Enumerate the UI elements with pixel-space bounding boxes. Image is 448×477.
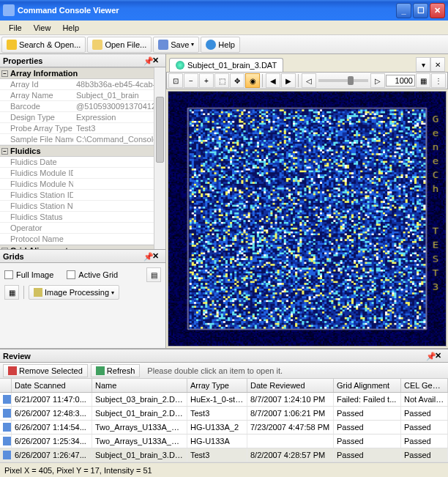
prev-button[interactable]: ◀	[266, 73, 280, 88]
app-icon	[3, 4, 15, 16]
search-icon	[7, 40, 17, 50]
statusbar: Pixel X = 405, Pixel Y = 17, Intensity =…	[0, 462, 448, 477]
active-grid-checkbox[interactable]	[67, 270, 75, 279]
next-button[interactable]: ▶	[281, 73, 296, 88]
grids-header: Grids 📌 ✕	[0, 250, 165, 263]
tab-close-button[interactable]: ✕	[430, 57, 445, 72]
col-date-reviewed[interactable]: Date Reviewed	[247, 379, 334, 392]
zoom-input[interactable]	[386, 75, 415, 86]
close-panel-icon[interactable]: ✕	[152, 56, 163, 65]
window-title: Command Console Viewer	[18, 6, 395, 15]
help-button[interactable]: Help	[201, 37, 240, 53]
pan-button[interactable]: ✥	[230, 73, 244, 88]
save-button[interactable]: Save▾	[153, 37, 199, 53]
properties-scrollbar[interactable]	[154, 67, 165, 249]
properties-header: Properties 📌 ✕	[0, 54, 165, 67]
table-row[interactable]: 6/26/2007 1:14:54...Two_Arrays_U133A_2_2…	[0, 421, 448, 435]
refresh-button[interactable]: Refresh	[91, 364, 141, 377]
refresh-icon	[96, 366, 105, 375]
slider-min-button[interactable]: ◁	[302, 73, 316, 88]
table-row[interactable]: 6/26/2007 12:48:3...Subject_01_brain_2.D…	[0, 407, 448, 421]
review-header: Review 📌 ✕	[0, 350, 448, 363]
maximize-button[interactable]: ☐	[413, 3, 428, 18]
close-panel-icon[interactable]: ✕	[152, 251, 163, 261]
main-toolbar: Search & Open... Open File... Save▾ Help	[0, 35, 448, 54]
zoom-region-button[interactable]: ⬚	[214, 73, 229, 88]
status-text: Pixel X = 405, Pixel Y = 17, Intensity =…	[4, 466, 152, 475]
search-open-button[interactable]: Search & Open...	[1, 37, 86, 53]
grid-toggle-button[interactable]: ▦	[416, 73, 430, 88]
menu-view[interactable]: View	[28, 22, 57, 34]
menubar: File View Help	[0, 21, 448, 35]
options-button[interactable]: ⋮	[431, 73, 446, 88]
titlebar: Command Console Viewer _ ☐ ✕	[0, 0, 448, 21]
active-grid-label: Active Grid	[78, 270, 118, 279]
help-icon	[206, 40, 216, 50]
review-grid: Date Scanned Name Array Type Date Review…	[0, 379, 448, 462]
grid-tool-button[interactable]: ▤	[146, 267, 161, 282]
minimize-button[interactable]: _	[396, 3, 411, 18]
close-button[interactable]: ✕	[430, 3, 445, 18]
zoom-fit-button[interactable]: ⊡	[168, 73, 183, 88]
remove-icon	[8, 366, 17, 375]
col-date-scanned[interactable]: Date Scanned	[12, 379, 92, 392]
table-row[interactable]: 6/26/2007 1:25:34...Two_Arrays_U133A_2_1…	[0, 435, 448, 448]
full-image-checkbox[interactable]	[4, 270, 13, 279]
col-name[interactable]: Name	[92, 379, 187, 392]
remove-selected-button[interactable]: Remove Selected	[3, 364, 88, 377]
close-panel-icon[interactable]: ✕	[435, 351, 445, 360]
col-grid-alignment[interactable]: Grid Alignment	[334, 379, 401, 392]
image-viewer[interactable]	[168, 91, 447, 347]
intensity-slider[interactable]	[318, 79, 368, 82]
folder-icon	[92, 40, 102, 50]
menu-help[interactable]: Help	[56, 22, 85, 34]
slider-max-button[interactable]: ▷	[370, 73, 385, 88]
full-image-label: Full Image	[16, 270, 53, 279]
grid-nav-button[interactable]: ▦	[4, 285, 19, 300]
tab-label: Subject_01_brain_3.DAT	[187, 61, 277, 70]
col-array-type[interactable]: Array Type	[187, 379, 247, 392]
image-processing-button[interactable]: Image Processing▾	[29, 285, 119, 300]
review-hint: Please double click an item to open it.	[147, 366, 283, 375]
menu-file[interactable]: File	[3, 22, 28, 34]
file-tab[interactable]: Subject_01_brain_3.DAT	[169, 58, 283, 72]
zoom-in-button[interactable]: +	[199, 73, 214, 88]
save-icon	[158, 40, 168, 50]
col-cel-generation[interactable]: CEL Generation	[401, 379, 448, 392]
table-row[interactable]: 6/21/2007 11:47:0...Subject_03_brain_2.D…	[0, 393, 448, 407]
open-file-button[interactable]: Open File...	[87, 37, 152, 53]
zoom-out-button[interactable]: −	[184, 73, 198, 88]
color-mode-button[interactable]: ◉	[245, 73, 260, 88]
file-icon	[176, 61, 184, 70]
image-toolbar: ⊡ − + ⬚ ✥ ◉ ◀ ▶ ◁ ▷ ▦ ⋮	[166, 72, 448, 89]
pin-icon[interactable]: 📌	[143, 252, 152, 261]
processing-icon	[34, 288, 42, 297]
pin-icon[interactable]: 📌	[143, 56, 152, 65]
table-row[interactable]: 6/26/2007 1:26:47...Subject_01_brain_3.D…	[0, 448, 448, 462]
pin-icon[interactable]: 📌	[426, 352, 435, 360]
tab-menu-button[interactable]: ▾	[416, 57, 430, 72]
properties-body: −Array InformationArray Id48b3b36a-eb45-…	[0, 67, 165, 249]
